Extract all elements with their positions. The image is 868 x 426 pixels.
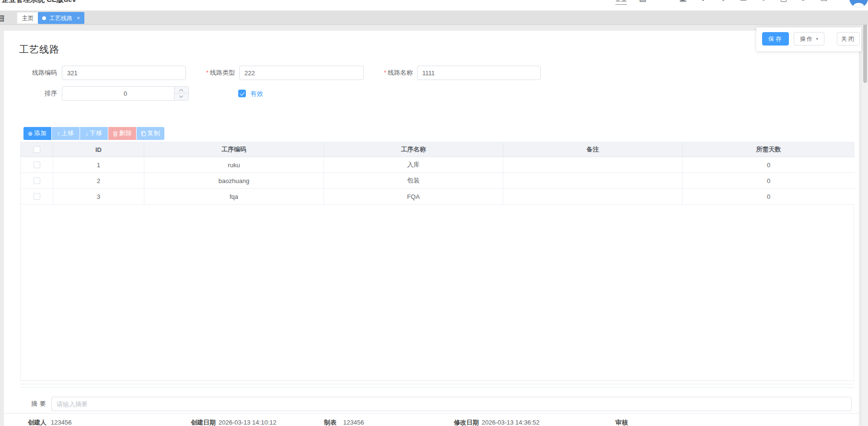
row-checkbox-cell — [21, 189, 53, 205]
person-icon — [853, 3, 864, 8]
tab-process-route[interactable]: 工艺线路 × — [38, 12, 84, 24]
upload-icon[interactable]: ⇩ — [719, 0, 728, 3]
tab-label: 工艺线路 — [49, 12, 72, 24]
box-icon[interactable]: ▢ — [779, 0, 788, 3]
grid-toolbar: ⊕添加 ↑上移 ↓下移 删除 复制 — [23, 127, 164, 140]
col-header-remark: 备注 — [503, 142, 683, 157]
col-header-step-code: 工序编码 — [144, 142, 324, 157]
creator-label: 创建人 — [28, 418, 46, 426]
page-title: 工艺线路 — [19, 43, 59, 56]
table-header-row: ID 工序编码 工序名称 备注 所需天数 — [21, 142, 854, 157]
chevron-up-icon — [179, 89, 183, 93]
row-checkbox[interactable] — [34, 161, 40, 168]
scrollbar-track[interactable] — [862, 11, 868, 426]
tabbar: ▤ 主页 工艺线路 × — [0, 11, 868, 25]
cell-id: 3 — [53, 189, 144, 205]
field-label-sort: 排序 — [19, 86, 57, 101]
cell-remark — [503, 189, 683, 205]
cell-step-code: ruku — [144, 157, 324, 173]
row-checkbox[interactable] — [34, 193, 40, 200]
system-title: 企业管理系统 CE版dev — [1, 0, 76, 3]
operate-dropdown-button[interactable]: 操作 ▾ — [794, 32, 824, 46]
cell-step-name: 入库 — [324, 157, 503, 173]
tab-close-icon[interactable]: × — [77, 12, 80, 24]
tabulator-label: 制表 — [324, 418, 336, 426]
topbar-icon-row: 企业 ▤ ✉ ▣ ↧ ⇩ ▭ ● ▢ ⟳ ❒ — [615, 0, 828, 5]
valid-checkbox-label[interactable]: 有效 — [250, 90, 263, 98]
modified-label: 修改日期 — [454, 418, 479, 426]
table-row[interactable]: 1 ruku 入库 0 — [21, 157, 854, 173]
audit-label: 审核 — [615, 418, 628, 426]
grid-icon[interactable]: ▤ — [638, 0, 647, 3]
route-type-input[interactable] — [239, 66, 364, 80]
summary-label: 摘要 — [31, 397, 48, 411]
summary-input[interactable] — [51, 397, 852, 411]
col-header-step-name: 工序名称 — [324, 142, 503, 157]
created-value: 2026-03-13 14:10:12 — [219, 418, 277, 426]
main-panel: 工艺线路 线路编码 *线路类型 *线路名称 排序 有效 ⊕添加 ↑上移 ↓下移 … — [4, 31, 859, 426]
cell-step-code: baozhuang — [144, 173, 324, 189]
fullscreen-icon[interactable]: ❒ — [820, 0, 828, 3]
delete-row-button[interactable]: 删除 — [108, 127, 136, 140]
cell-remark — [503, 157, 683, 173]
save-button[interactable]: 保存 — [762, 32, 789, 46]
action-panel: 保存 操作 ▾ 关闭 — [756, 27, 861, 51]
process-steps-table: ID 工序编码 工序名称 备注 所需天数 1 ruku 入库 0 2 baozh… — [20, 142, 854, 381]
tabulator-value: 123456 — [343, 418, 364, 426]
route-name-input[interactable] — [417, 66, 541, 80]
field-label-route-code: 线路编码 — [19, 66, 57, 80]
cell-id: 2 — [53, 173, 144, 189]
cell-step-name: FQA — [324, 189, 503, 205]
org-switcher[interactable]: 企业 — [615, 0, 627, 5]
col-header-id: ID — [53, 142, 144, 157]
move-up-button[interactable]: ↑上移 — [52, 127, 80, 140]
arrow-up-icon: ↑ — [57, 130, 60, 137]
table-row[interactable]: 3 fqa FQA 0 — [21, 189, 854, 205]
sort-number-field — [62, 86, 189, 101]
cell-step-code: fqa — [144, 189, 324, 205]
required-asterisk: * — [206, 69, 208, 76]
scrollbar-thumb[interactable] — [863, 23, 867, 83]
cell-days: 0 — [683, 173, 855, 189]
cell-days: 0 — [683, 157, 855, 173]
mail-icon[interactable]: ✉ — [659, 0, 667, 3]
download-icon[interactable]: ↧ — [699, 0, 707, 3]
row-checkbox[interactable] — [34, 177, 40, 184]
add-row-button[interactable]: ⊕添加 — [23, 127, 51, 140]
footer-divider — [4, 413, 859, 414]
grid-footer-strip — [20, 384, 854, 388]
chevron-down-icon — [179, 94, 183, 98]
required-asterisk: * — [384, 69, 386, 76]
cell-id: 1 — [53, 157, 144, 173]
table-row[interactable]: 2 baozhuang 包装 0 — [21, 173, 854, 189]
tab-home[interactable]: 主页 — [17, 12, 39, 24]
cell-remark — [503, 173, 683, 189]
shield-icon[interactable]: ▣ — [679, 0, 687, 3]
close-button[interactable]: 关闭 — [837, 32, 860, 46]
user-avatar[interactable] — [849, 0, 868, 8]
chevron-down-icon: ▾ — [816, 33, 818, 45]
copy-row-button[interactable]: 复制 — [137, 127, 164, 140]
sort-input[interactable] — [62, 86, 189, 101]
select-all-checkbox[interactable] — [34, 146, 40, 153]
spinner-up-button[interactable] — [174, 87, 188, 93]
route-code-input[interactable] — [62, 66, 186, 80]
plus-circle-icon: ⊕ — [28, 130, 33, 137]
spinner-down-button[interactable] — [174, 93, 188, 100]
cell-step-name: 包装 — [324, 173, 503, 189]
move-down-button[interactable]: ↓下移 — [80, 127, 108, 140]
row-checkbox-cell — [21, 157, 53, 173]
cell-days: 0 — [683, 189, 855, 205]
field-label-route-type: *线路类型 — [194, 66, 235, 80]
active-dot-icon — [42, 16, 46, 20]
sidebar-collapse-icon[interactable]: ▤ — [0, 13, 4, 23]
valid-checkbox[interactable] — [238, 90, 246, 97]
help-icon[interactable]: ● — [759, 0, 768, 3]
topbar: 企业管理系统 CE版dev 企业 ▤ ✉ ▣ ↧ ⇩ ▭ ● ▢ ⟳ ❒ — [0, 0, 868, 11]
modified-value: 2026-03-13 14:36:52 — [482, 418, 540, 426]
cart-icon[interactable]: ▭ — [739, 0, 748, 3]
trash-icon — [113, 131, 118, 137]
created-label: 创建日期 — [191, 418, 216, 426]
row-checkbox-cell — [21, 173, 53, 189]
refresh-icon[interactable]: ⟳ — [799, 0, 808, 3]
